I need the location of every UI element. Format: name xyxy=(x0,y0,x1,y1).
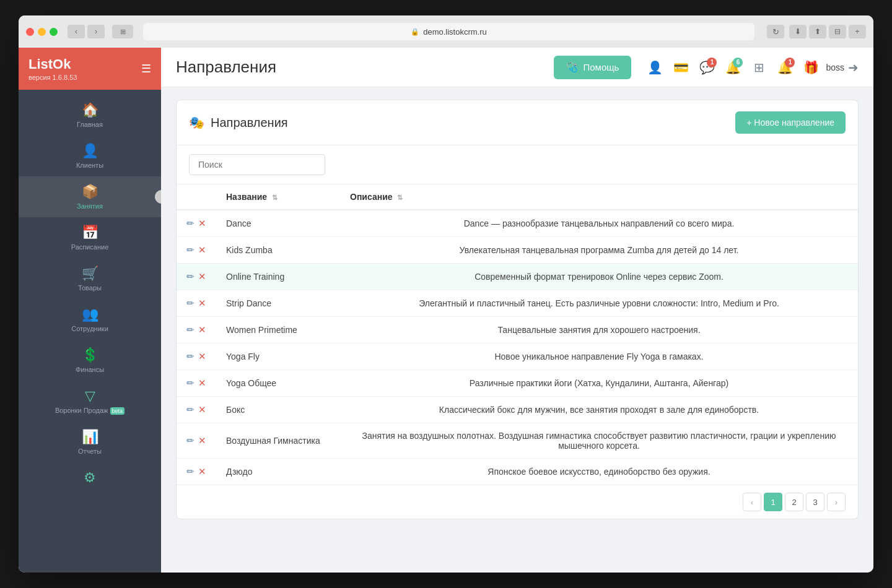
pagination: ‹ 1 2 3 › xyxy=(177,485,858,519)
edit-icon[interactable]: ✏ xyxy=(186,324,195,335)
bell-icon-button[interactable]: 🔔 1 xyxy=(774,56,796,79)
download-icon[interactable]: ⬇ xyxy=(789,25,807,38)
profile-icon-button[interactable]: 👤 xyxy=(644,56,666,79)
delete-icon[interactable]: ✕ xyxy=(198,351,206,362)
table-row: ✏ ✕ Воздушная Гимнастика Занятия на возд… xyxy=(177,423,858,459)
prev-page-button[interactable]: ‹ xyxy=(743,493,761,511)
delete-icon[interactable]: ✕ xyxy=(198,324,206,335)
sidebar-item-funnel[interactable]: ▽ Воронки Продаж beta xyxy=(19,381,161,422)
edit-icon[interactable]: ✏ xyxy=(186,378,195,389)
table-row: ✏ ✕ Dance Dance — разнообразие танцеваль… xyxy=(177,210,858,237)
row-name: Дзюдо xyxy=(216,459,340,485)
next-page-button[interactable]: › xyxy=(827,493,846,511)
grid-icon-button[interactable]: ⊞ xyxy=(748,56,770,79)
share-icon[interactable]: ⬆ xyxy=(809,25,826,38)
row-description: Занятия на воздушных полотнах. Воздушная… xyxy=(340,423,858,459)
sidebar-item-staff[interactable]: 👥 Сотрудники xyxy=(19,299,161,340)
th-name[interactable]: Название ⇅ xyxy=(216,184,340,210)
minimize-button[interactable] xyxy=(38,28,46,36)
page-1-button[interactable]: 1 xyxy=(764,493,782,511)
content-card: 🎭 Направления + Новое направление xyxy=(176,100,859,519)
hamburger-icon[interactable]: ☰ xyxy=(141,62,151,76)
back-button[interactable]: ‹ xyxy=(68,25,85,38)
browser-chrome: ‹ › ⊞ 🔒 demo.listokcrm.ru ↻ ⬇ ⬆ ⊟ + xyxy=(19,15,873,48)
sidebar-version: версия 1.6.8.53 xyxy=(28,74,77,81)
edit-icon[interactable]: ✏ xyxy=(186,404,195,415)
sidebar-logo: ListOk xyxy=(28,56,77,72)
forward-button[interactable]: › xyxy=(87,25,105,38)
th-description[interactable]: Описание ⇅ xyxy=(340,184,858,210)
gift-icon-button[interactable]: 🎁 xyxy=(800,56,822,79)
sidebar-label-home: Главная xyxy=(77,121,103,128)
delete-icon[interactable]: ✕ xyxy=(198,271,206,282)
sidebar-item-home[interactable]: 🏠 Главная xyxy=(19,95,161,136)
delete-icon[interactable]: ✕ xyxy=(198,298,206,309)
sidebar-label-goods: Товары xyxy=(78,284,102,292)
gift-icon: 🎁 xyxy=(803,60,819,75)
row-name: Kids Zumba xyxy=(216,237,340,264)
help-button[interactable]: 🩺 Помощь xyxy=(554,56,631,79)
edit-icon[interactable]: ✏ xyxy=(186,466,195,477)
logout-button[interactable]: ➜ xyxy=(848,60,859,75)
table-row: ✏ ✕ Strip Dance Элегантный и пластичный … xyxy=(177,290,858,317)
sidebar-item-finance[interactable]: 💲 Финансы xyxy=(19,340,161,381)
row-actions: ✏ ✕ xyxy=(177,344,216,370)
delete-icon[interactable]: ✕ xyxy=(198,404,206,415)
edit-icon[interactable]: ✏ xyxy=(186,218,195,229)
sidebar-item-clients[interactable]: 👤 Клиенты xyxy=(19,136,161,176)
messages-icon-button[interactable]: 💬 1 xyxy=(696,56,718,79)
alerts-icon-button[interactable]: 🔔 6 xyxy=(722,56,744,79)
delete-icon[interactable]: ✕ xyxy=(198,244,206,256)
sidebar-item-goods[interactable]: 🛒 Товары xyxy=(19,258,161,299)
funnel-icon: ▽ xyxy=(85,388,95,404)
table-row: ✏ ✕ Online Training Современный формат т… xyxy=(177,264,858,290)
sort-arrows-name: ⇅ xyxy=(272,194,278,201)
lock-icon: 🔒 xyxy=(411,28,419,36)
edit-icon[interactable]: ✏ xyxy=(186,435,195,446)
logout-icon: ➜ xyxy=(848,61,859,74)
sidebar-item-settings[interactable]: ⚙ xyxy=(19,462,161,496)
edit-icon[interactable]: ✏ xyxy=(186,351,195,362)
sidebar-item-classes[interactable]: 📦 Занятия ‹ xyxy=(19,176,161,217)
row-name: Yoga Fly xyxy=(216,344,340,370)
close-button[interactable] xyxy=(26,28,34,36)
sidebar-collapse-button[interactable]: ‹ xyxy=(155,190,161,204)
row-actions: ✏ ✕ xyxy=(177,317,216,344)
search-input[interactable] xyxy=(189,154,325,175)
row-actions: ✏ ✕ xyxy=(177,370,216,397)
payments-icon-button[interactable]: 💳 xyxy=(670,56,692,79)
page-2-button[interactable]: 2 xyxy=(785,493,803,511)
alerts-badge: 6 xyxy=(733,58,743,67)
top-icons: 👤 💳 💬 1 🔔 6 ⊞ xyxy=(644,56,859,79)
delete-icon[interactable]: ✕ xyxy=(198,435,206,446)
maximize-button[interactable] xyxy=(50,28,58,36)
delete-icon[interactable]: ✕ xyxy=(198,378,206,389)
payments-icon: 💳 xyxy=(673,60,689,75)
sidebar-item-schedule[interactable]: 📅 Расписание xyxy=(19,217,161,258)
sidebar-label-classes: Занятия xyxy=(77,202,103,210)
profile-icon: 👤 xyxy=(647,60,663,75)
edit-icon[interactable]: ✏ xyxy=(186,271,195,282)
row-name: Online Training xyxy=(216,264,340,290)
sidebar: ListOk версия 1.6.8.53 ☰ 🏠 Главная 👤 Кли… xyxy=(19,48,161,573)
row-actions: ✏ ✕ xyxy=(177,423,216,459)
table-row: ✏ ✕ Дзюдо Японское боевое искусство, еди… xyxy=(177,459,858,485)
th-actions xyxy=(177,184,216,210)
new-tab-icon[interactable]: + xyxy=(849,25,866,38)
edit-icon[interactable]: ✏ xyxy=(186,244,195,256)
sidebar-label-reports: Отчеты xyxy=(78,447,102,455)
page-3-button[interactable]: 3 xyxy=(806,493,824,511)
sidebar-toggle-icon[interactable]: ⊟ xyxy=(829,25,846,38)
delete-icon[interactable]: ✕ xyxy=(198,466,206,477)
sidebar-item-reports[interactable]: 📊 Отчеты xyxy=(19,422,161,462)
reports-icon: 📊 xyxy=(82,429,98,445)
split-view-button[interactable]: ⊞ xyxy=(112,25,133,38)
new-direction-button[interactable]: + Новое направление xyxy=(735,111,846,134)
row-actions: ✏ ✕ xyxy=(177,459,216,485)
edit-icon[interactable]: ✏ xyxy=(186,298,195,309)
address-bar[interactable]: 🔒 demo.listokcrm.ru xyxy=(143,23,754,40)
delete-icon[interactable]: ✕ xyxy=(198,218,206,229)
reload-button[interactable]: ↻ xyxy=(767,25,784,38)
row-name: Women Primetime xyxy=(216,317,340,344)
row-description: Dance — разнообразие танцевальных направ… xyxy=(340,210,858,237)
